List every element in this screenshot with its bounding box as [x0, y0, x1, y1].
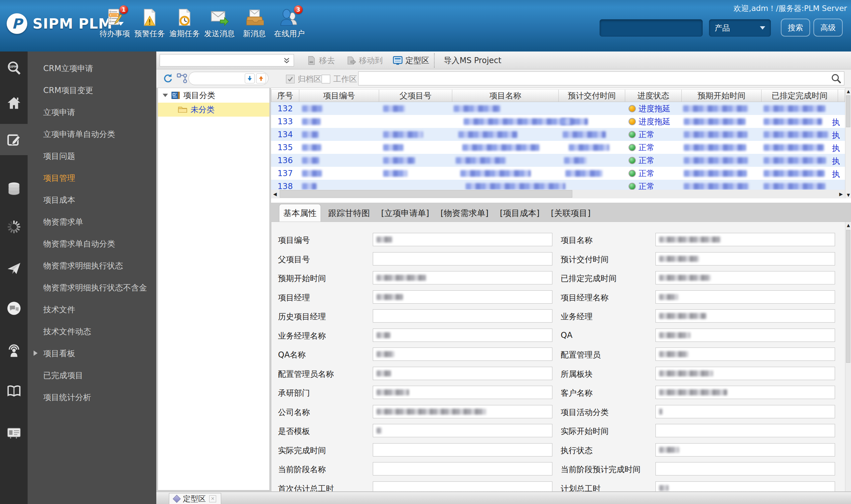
field-input[interactable] [373, 367, 552, 380]
field-input[interactable] [373, 309, 552, 323]
table-row[interactable]: 133进度拖延执 [271, 115, 845, 128]
rail-edit-icon[interactable] [0, 124, 28, 155]
field-input[interactable] [373, 233, 552, 246]
tab-active[interactable]: 基本属性 [279, 204, 321, 221]
archive-zone-checkbox[interactable]: 归档区 [286, 74, 322, 84]
move-to-button[interactable]: 移动到 [344, 53, 385, 68]
sidebar-item[interactable]: 项目管理 [28, 167, 156, 189]
tab-item[interactable]: [立项申请单] [377, 204, 433, 221]
tree-collapse-icon[interactable] [162, 94, 168, 100]
column-header[interactable]: 进度状态 [625, 89, 682, 102]
remove-button[interactable]: 移去 [304, 53, 337, 68]
table-row[interactable]: 132进度拖延 [271, 102, 845, 115]
scroll-right-icon[interactable]: ▶ [837, 190, 845, 198]
typified-zone-button[interactable]: 定型区 [391, 53, 431, 68]
sidebar-item[interactable]: 立项申请单自动分类 [28, 123, 156, 145]
sidebar-item[interactable]: 已完成项目 [28, 364, 156, 386]
field-input[interactable] [373, 347, 552, 361]
rail-sipm-search-icon[interactable]: SIPM [0, 56, 28, 80]
rail-book-icon[interactable] [0, 379, 28, 403]
classification-tree-icon[interactable] [176, 73, 188, 84]
grid-search-input[interactable] [359, 74, 831, 83]
field-input[interactable] [373, 462, 552, 475]
field-input[interactable] [656, 367, 835, 380]
vertical-scrollbar[interactable]: ▲ ▼ [845, 88, 851, 198]
horizontal-scrollbar[interactable]: ◀ ▶ [271, 190, 845, 198]
work-zone-checkbox[interactable]: 工作区 [322, 74, 357, 84]
scroll-left-icon[interactable]: ◀ [271, 190, 279, 198]
rail-loading-icon[interactable] [0, 215, 28, 239]
toolbar-item-send-message[interactable]: 发送消息 [203, 8, 236, 39]
table-row[interactable]: 136正常执 [271, 154, 845, 167]
sidebar-item[interactable]: 立项申请 [28, 101, 156, 123]
rail-send-icon[interactable] [0, 256, 28, 281]
scrollbar-thumb[interactable] [846, 95, 850, 127]
sidebar-item[interactable]: 物资需求单自动分类 [28, 233, 156, 255]
sidebar-item[interactable]: 项目问题 [28, 145, 156, 167]
refresh-icon[interactable] [162, 73, 174, 84]
collapsed-toolbar-combo[interactable] [160, 54, 294, 67]
field-input[interactable] [373, 271, 552, 284]
typified-zone-tab[interactable]: 定型区 × [169, 493, 221, 504]
field-input[interactable] [656, 386, 835, 399]
search-icon[interactable] [831, 73, 841, 84]
sidebar-item[interactable]: CRM立项申请 [28, 57, 156, 79]
field-input[interactable] [373, 252, 552, 266]
field-input[interactable] [373, 424, 552, 437]
field-input[interactable] [656, 290, 835, 304]
toolbar-item-online-users[interactable]: 3在线用户 [273, 8, 306, 39]
sidebar-item[interactable]: 项目看板 [28, 343, 156, 364]
table-row[interactable]: 137正常执 [271, 167, 845, 180]
column-header[interactable]: 已排定完成时间 [762, 89, 838, 102]
field-input[interactable] [656, 328, 835, 342]
scroll-up-icon[interactable]: ▲ [845, 88, 851, 95]
tab-item[interactable]: [项目成本] [496, 204, 544, 221]
field-input[interactable] [656, 462, 835, 475]
advanced-search-button[interactable]: 高级 [813, 19, 843, 37]
toolbar-item-todo-list[interactable]: 1待办事项 [98, 8, 132, 39]
field-input[interactable] [656, 347, 835, 361]
field-input[interactable] [373, 290, 552, 304]
rail-broadcast-icon[interactable] [0, 339, 28, 363]
rail-chat-icon[interactable] [0, 296, 28, 320]
field-input[interactable] [373, 405, 552, 418]
form-vertical-scrollbar[interactable]: ▲ [845, 222, 851, 491]
field-input[interactable] [373, 481, 552, 492]
tree-node-selected[interactable]: 未分类 [158, 103, 270, 116]
sidebar-item[interactable]: 物资需求明细执行状态不含金 [28, 277, 156, 299]
rail-contact-card-icon[interactable] [0, 421, 28, 445]
field-input[interactable] [656, 405, 835, 418]
global-search-input[interactable] [600, 19, 703, 37]
sidebar-item[interactable]: 物资需求单 [28, 211, 156, 233]
sidebar-item[interactable]: 项目统计分析 [28, 386, 156, 408]
field-input[interactable] [656, 252, 835, 266]
sidebar-item[interactable]: 项目成本 [28, 189, 156, 211]
search-up-button[interactable] [256, 73, 266, 84]
search-category-dropdown[interactable]: 产品 [709, 19, 771, 37]
rail-database-icon[interactable] [0, 177, 28, 201]
search-button[interactable]: 搜索 [781, 19, 810, 37]
column-header[interactable]: 父项目号 [379, 89, 452, 102]
field-input[interactable] [656, 271, 835, 284]
sidebar-item[interactable]: 技术文件 [28, 299, 156, 321]
rail-home-icon[interactable] [0, 91, 28, 115]
scroll-down-icon[interactable]: ▼ [845, 192, 851, 198]
search-down-button[interactable] [245, 73, 255, 84]
field-input[interactable] [656, 443, 835, 456]
field-input[interactable] [373, 443, 552, 456]
scroll-up-icon[interactable]: ▲ [845, 222, 851, 229]
sidebar-item[interactable]: 物资需求明细执行状态 [28, 255, 156, 277]
table-row[interactable]: 134正常执 [271, 128, 845, 141]
tab-item[interactable]: 跟踪甘特图 [324, 204, 374, 221]
sidebar-item[interactable]: 技术文件动态 [28, 321, 156, 343]
column-header[interactable]: 项目编号 [299, 89, 379, 102]
field-input[interactable] [656, 309, 835, 323]
field-input[interactable] [656, 233, 835, 246]
toolbar-item-warning-task[interactable]: 预警任务 [133, 8, 166, 39]
close-icon[interactable]: × [209, 496, 216, 502]
table-row[interactable]: 135正常执 [271, 141, 845, 154]
column-header[interactable]: 预计交付时间 [559, 89, 625, 102]
expand-arrow-icon[interactable] [34, 350, 40, 356]
column-header[interactable]: 预期开始时间 [682, 89, 762, 102]
tab-item[interactable]: [物资需求单] [437, 204, 493, 221]
